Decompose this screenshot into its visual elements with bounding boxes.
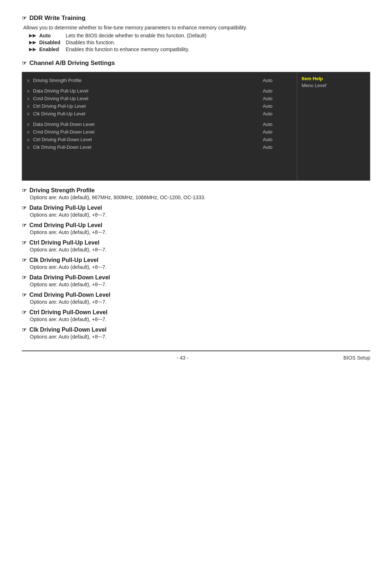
row-value-driving-strength: Auto xyxy=(263,78,292,83)
arrow-icon-enabled: ▶▶ xyxy=(29,46,36,52)
spacer-2 xyxy=(26,118,293,120)
section-icon-ddr: ☞ xyxy=(22,15,26,21)
row-label-ctrl-pulldown: Ctrl Driving Pull-Down Level xyxy=(33,137,261,142)
entries-list: ☞ Driving Strength Profile Options are: … xyxy=(22,187,370,340)
row-label-data-pulldown: Data Driving Pull-Down Level xyxy=(33,122,261,127)
bios-row-clk-pulldown[interactable]: x Clk Driving Pull-Down Level Auto xyxy=(26,143,293,151)
channel-ab-section: ☞ Channel A/B Driving Settings x Driving… xyxy=(22,60,370,181)
row-label-clk-pulldown: Clk Driving Pull-Down Level xyxy=(33,144,261,150)
entry-desc-ctrl-pullup: Options are: Auto (default), +8~-7. xyxy=(30,247,370,253)
row-marker-data-pulldown: x xyxy=(27,122,32,127)
entry-title-cmd-pullup: ☞ Cmd Driving Pull-Up Level xyxy=(22,222,370,229)
bios-row-cmd-pullup[interactable]: x Cmd Driving Pull-Up Level Auto xyxy=(26,95,293,102)
bios-row-clk-pullup[interactable]: x Clk Driving Pull-Up Level Auto xyxy=(26,110,293,118)
entry-desc-data-pullup: Options are: Auto (default), +8~-7. xyxy=(30,212,370,218)
entry-icon-driving-strength: ☞ xyxy=(22,187,26,194)
entry-icon-ctrl-pullup: ☞ xyxy=(22,239,26,246)
entry-ctrl-pulldown: ☞ Ctrl Driving Pull-Down Level Options a… xyxy=(22,309,370,322)
entry-data-pullup: ☞ Data Driving Pull-Up Level Options are… xyxy=(22,205,370,218)
channel-ab-title: ☞ Channel A/B Driving Settings xyxy=(22,60,370,67)
bios-help-title: Item Help xyxy=(302,76,366,81)
entry-clk-pullup: ☞ Clk Driving Pull-Up Level Options are:… xyxy=(22,257,370,270)
row-label-ctrl-pullup: Ctrl Driving Pull-Up Level xyxy=(33,103,261,109)
entry-title-clk-pullup: ☞ Clk Driving Pull-Up Level xyxy=(22,257,370,263)
row-value-clk-pulldown: Auto xyxy=(263,144,292,150)
row-label-data-pullup: Data Driving Pull-Up Level xyxy=(33,88,261,94)
option-disabled: ▶▶ Disabled Disables this function. xyxy=(29,40,370,45)
row-marker-ctrl-pullup: x xyxy=(27,104,32,109)
entry-icon-ctrl-pulldown: ☞ xyxy=(22,309,26,316)
row-label-cmd-pulldown: Cmd Driving Pull-Down Level xyxy=(33,129,261,135)
page-number: - 43 - xyxy=(177,355,189,361)
entry-desc-clk-pullup: Options are: Auto (default), +8~-7. xyxy=(30,264,370,270)
bios-row-ctrl-pulldown[interactable]: x Ctrl Driving Pull-Down Level Auto xyxy=(26,136,293,143)
row-marker-data-pullup: x xyxy=(27,89,32,94)
row-marker-clk-pulldown: x xyxy=(27,145,32,150)
row-marker-cmd-pullup: x xyxy=(27,96,32,101)
row-value-clk-pullup: Auto xyxy=(263,111,292,116)
entry-cmd-pulldown: ☞ Cmd Driving Pull-Down Level Options ar… xyxy=(22,292,370,305)
entry-data-pulldown: ☞ Data Driving Pull-Down Level Options a… xyxy=(22,274,370,287)
entry-desc-driving-strength: Options are: Auto (default), 667MHz, 800… xyxy=(30,194,370,200)
row-value-ctrl-pullup: Auto xyxy=(263,103,292,109)
ddr-write-training-options: ▶▶ Auto Lets the BIOS decide whether to … xyxy=(29,33,370,52)
row-label-cmd-pullup: Cmd Driving Pull-Up Level xyxy=(33,96,261,101)
entry-driving-strength: ☞ Driving Strength Profile Options are: … xyxy=(22,187,370,200)
page-footer: - 43 - BIOS Setup xyxy=(22,351,370,364)
entry-title-driving-strength: ☞ Driving Strength Profile xyxy=(22,187,370,194)
entry-icon-data-pullup: ☞ xyxy=(22,205,26,211)
ddr-write-training-section: ☞ DDR Write Training Allows you to deter… xyxy=(22,15,370,52)
row-value-cmd-pullup: Auto xyxy=(263,96,292,101)
row-marker-ctrl-pulldown: x xyxy=(27,137,32,142)
bios-help-panel: Item Help Menu Level' xyxy=(297,72,370,180)
section-icon-channel: ☞ xyxy=(22,60,26,66)
entry-title-clk-pulldown: ☞ Clk Driving Pull-Down Level xyxy=(22,327,370,333)
row-value-data-pulldown: Auto xyxy=(263,122,292,127)
bios-row-cmd-pulldown[interactable]: x Cmd Driving Pull-Down Level Auto xyxy=(26,128,293,136)
entry-icon-cmd-pullup: ☞ xyxy=(22,222,26,229)
footer-bios-label: BIOS Setup xyxy=(343,355,370,361)
row-value-data-pullup: Auto xyxy=(263,88,292,94)
bios-menu-main: x Driving Strength Profile Auto x Data D… xyxy=(22,72,297,180)
ddr-write-training-title: ☞ DDR Write Training xyxy=(22,15,370,22)
entry-title-data-pullup: ☞ Data Driving Pull-Up Level xyxy=(22,205,370,211)
entry-desc-clk-pulldown: Options are: Auto (default), +8~-7. xyxy=(30,334,370,340)
entry-title-ctrl-pullup: ☞ Ctrl Driving Pull-Up Level xyxy=(22,239,370,246)
spacer-1 xyxy=(26,84,293,87)
entry-icon-cmd-pulldown: ☞ xyxy=(22,292,26,298)
entry-title-ctrl-pulldown: ☞ Ctrl Driving Pull-Down Level xyxy=(22,309,370,316)
row-value-ctrl-pulldown: Auto xyxy=(263,137,292,142)
entry-title-data-pulldown: ☞ Data Driving Pull-Down Level xyxy=(22,274,370,281)
entry-cmd-pullup: ☞ Cmd Driving Pull-Up Level Options are:… xyxy=(22,222,370,235)
row-marker-clk-pullup: x xyxy=(27,111,32,116)
entry-desc-cmd-pullup: Options are: Auto (default), +8~-7. xyxy=(30,229,370,235)
row-value-cmd-pulldown: Auto xyxy=(263,129,292,135)
bios-help-text: Menu Level' xyxy=(302,83,366,88)
entry-icon-data-pulldown: ☞ xyxy=(22,274,26,281)
arrow-icon-disabled: ▶▶ xyxy=(29,40,36,45)
row-label-driving-strength: Driving Strength Profile xyxy=(33,78,261,83)
bios-row-data-pulldown[interactable]: x Data Driving Pull-Down Level Auto xyxy=(26,120,293,128)
entry-title-cmd-pulldown: ☞ Cmd Driving Pull-Down Level xyxy=(22,292,370,298)
option-auto: ▶▶ Auto Lets the BIOS decide whether to … xyxy=(29,33,370,38)
entry-icon-clk-pullup: ☞ xyxy=(22,257,26,263)
entry-desc-ctrl-pulldown: Options are: Auto (default), +8~-7. xyxy=(30,316,370,322)
entry-desc-cmd-pulldown: Options are: Auto (default), +8~-7. xyxy=(30,299,370,305)
bios-row-data-pullup[interactable]: x Data Driving Pull-Up Level Auto xyxy=(26,87,293,95)
bios-row-ctrl-pullup[interactable]: x Ctrl Driving Pull-Up Level Auto xyxy=(26,102,293,110)
option-enabled: ▶▶ Enabled Enables this function to enha… xyxy=(29,46,370,52)
ddr-write-training-desc: Allows you to determine whether to fine-… xyxy=(23,25,370,30)
bios-row-driving-strength[interactable]: x Driving Strength Profile Auto xyxy=(26,77,293,84)
entry-ctrl-pullup: ☞ Ctrl Driving Pull-Up Level Options are… xyxy=(22,239,370,253)
bios-menu-box: x Driving Strength Profile Auto x Data D… xyxy=(22,72,370,181)
entry-desc-data-pulldown: Options are: Auto (default), +8~-7. xyxy=(30,282,370,287)
row-marker-driving-strength: x xyxy=(27,78,32,83)
row-label-clk-pullup: Clk Driving Pull-Up Level xyxy=(33,111,261,116)
entry-clk-pulldown: ☞ Clk Driving Pull-Down Level Options ar… xyxy=(22,327,370,340)
arrow-icon-auto: ▶▶ xyxy=(29,33,36,38)
row-marker-cmd-pulldown: x xyxy=(27,130,32,135)
entry-icon-clk-pulldown: ☞ xyxy=(22,327,26,333)
